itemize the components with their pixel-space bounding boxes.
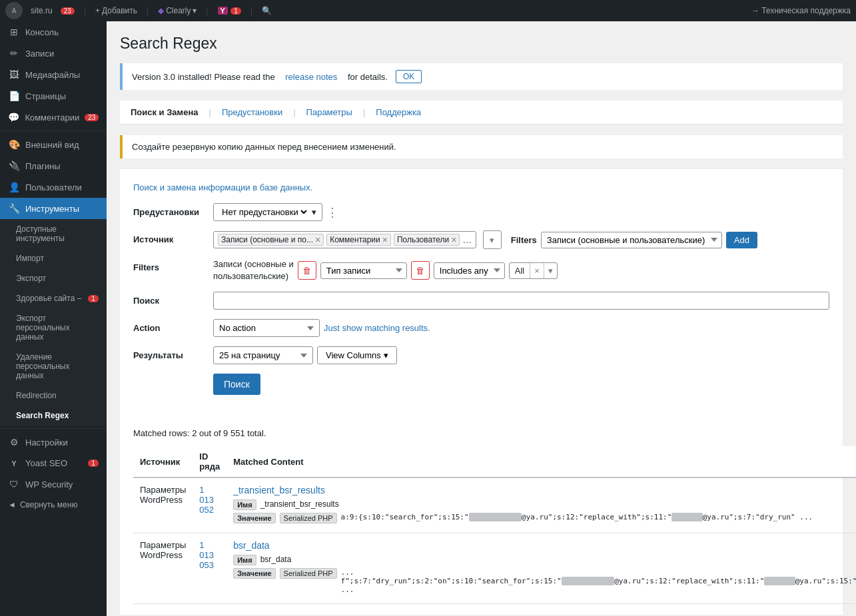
appearance-icon: 🎨 — [8, 139, 20, 150]
tab-presets[interactable]: Предустановки — [222, 107, 282, 117]
sidebar-submenu-item-import[interactable]: Импорт — [0, 248, 107, 268]
sidebar-item-label: Инструменты — [25, 204, 79, 214]
sidebar-item-label: Пользователи — [25, 182, 82, 192]
sidebar-item-label: Записи — [25, 49, 54, 59]
sidebar-submenu-label: Экспорт персональных данных — [16, 314, 99, 342]
row1-field-name: Имя _transient_bsr_results — [233, 499, 856, 510]
action-info-link: matching — [364, 323, 400, 333]
results-summary: Matched rows: 2 out of 9 551 total. — [133, 428, 829, 438]
search-input[interactable] — [213, 292, 829, 310]
sidebar-collapse-btn[interactable]: ◄ Свернуть меню — [0, 495, 107, 515]
filter-field-dropdown[interactable]: Тип записи — [320, 262, 407, 279]
view-columns-button[interactable]: View Columns ▾ — [317, 346, 397, 364]
sidebar-submenu-item-delete-personal[interactable]: Удаление персональных данных — [0, 347, 107, 386]
search-button-row: Поиск — [133, 374, 829, 395]
search-button[interactable]: Поиск — [213, 374, 260, 395]
table-row: Параметры WordPress 1 013 052 _transient… — [133, 477, 856, 533]
results-section: Matched rows: 2 out of 9 551 total. Исто… — [120, 418, 843, 615]
row1-source: Параметры WordPress — [133, 477, 193, 533]
search-form: Поиск и замена информации в базе данных.… — [120, 169, 843, 418]
sidebar-item-pages[interactable]: 📄 Страницы — [0, 85, 107, 107]
row2-title[interactable]: bsr_data — [233, 540, 856, 551]
sidebar-submenu-item-searchregex[interactable]: Search Regex — [0, 406, 107, 426]
topbar: A site.ru 23 | + Добавить | ◆ Clearly ▾ … — [0, 0, 856, 21]
row1-title[interactable]: _transient_bsr_results — [233, 485, 856, 495]
sitehealth-badge: 1 — [88, 295, 99, 302]
serialized-badge: Serialized PHP — [280, 568, 337, 579]
media-icon: 🖼 — [8, 69, 20, 80]
source-dropdown-btn[interactable]: ▾ — [483, 230, 502, 249]
sidebar-item-yoast[interactable]: Y Yoast SEO 1 — [0, 453, 107, 473]
row1-id[interactable]: 1 013 052 — [193, 477, 226, 533]
topbar-add-btn[interactable]: + Добавить — [95, 6, 137, 15]
preset-row: Предустановки Нет предустановки ▾ ⋮ — [133, 203, 829, 221]
sidebar-submenu-item-redirection[interactable]: Redirection — [0, 386, 107, 406]
row2-id[interactable]: 1 013 053 — [193, 533, 226, 604]
filter-delete-button[interactable]: 🗑 — [298, 261, 316, 280]
sidebar-submenu-item-export[interactable]: Экспорт — [0, 268, 107, 288]
notice-ok-button[interactable]: OK — [396, 70, 422, 83]
tab-support[interactable]: Поддержка — [376, 107, 421, 117]
source-row: Источник Записи (основные и по... × Комм… — [133, 230, 829, 249]
filter-all-text: All — [510, 263, 530, 278]
action-dropdown[interactable]: No action — [213, 319, 320, 337]
sidebar-item-appearance[interactable]: 🎨 Внешний вид — [0, 134, 107, 155]
sidebar-item-settings[interactable]: ⚙ Настройки — [0, 432, 107, 453]
add-filter-button[interactable]: Add — [726, 232, 757, 248]
filter-value-remove[interactable]: × — [530, 263, 544, 278]
source-tags-container[interactable]: Записи (основные и по... × Комментарии ×… — [213, 231, 476, 248]
preset-controls: Нет предустановки ▾ ⋮ — [213, 203, 829, 221]
row2-field-name: Имя bsr_data — [233, 555, 856, 565]
action-row: Action No action Just show matching resu… — [133, 319, 829, 337]
sidebar-item-console[interactable]: ⊞ Консоль — [0, 21, 107, 43]
preset-dropdown[interactable]: Нет предустановки — [219, 206, 309, 218]
release-notes-link[interactable]: release notes — [285, 72, 337, 82]
tech-support-link[interactable]: → Техническая поддержка — [751, 6, 851, 15]
trash-icon: 🗑 — [416, 266, 424, 276]
row2-value-text: ... f";s:7:"dry_run";s:2:"on";s:10:"sear… — [341, 568, 856, 594]
preset-select[interactable]: Нет предустановки ▾ — [213, 203, 322, 221]
topbar-site: site.ru — [31, 6, 53, 15]
filters-row: Filters Записи (основные ипользовательск… — [133, 258, 829, 282]
sidebar-item-users[interactable]: 👤 Пользователи — [0, 176, 107, 198]
source-tag-remove-users[interactable]: × — [451, 235, 456, 244]
table-row: Параметры WordPress 1 013 053 bsr_data И… — [133, 533, 856, 604]
filters-source-dropdown[interactable]: Записи (основные и пользовательские) — [541, 232, 722, 248]
sidebar-submenu-item-export-personal[interactable]: Экспорт персональных данных — [0, 308, 107, 347]
sidebar-item-media[interactable]: 🖼 Медиафайлы — [0, 64, 107, 85]
source-tag-remove-posts[interactable]: × — [315, 235, 320, 244]
search-icon[interactable]: 🔍 — [262, 6, 272, 15]
comments-icon: 💬 — [8, 112, 19, 123]
results-per-page-dropdown[interactable]: 25 на страницу — [213, 346, 313, 364]
chevron-down-icon: ▾ — [312, 207, 316, 217]
avatar: A — [5, 2, 23, 19]
yoast-badge: 1 — [88, 460, 99, 467]
row2-content: bsr_data Имя bsr_data Значение Serialize… — [226, 533, 856, 604]
sidebar-submenu-item-sitehealth[interactable]: Здоровье сайта – 1 — [0, 288, 107, 308]
preset-options-icon[interactable]: ⋮ — [326, 205, 338, 220]
sidebar-item-tools[interactable]: 🔧 Инструменты — [0, 198, 107, 219]
sidebar-submenu-label: Здоровье сайта – — [16, 294, 81, 303]
source-tag-remove-comments[interactable]: × — [382, 235, 388, 244]
value-badge: Значение — [233, 513, 275, 523]
main-content: Search Regex Version 3.0 installed! Plea… — [107, 21, 856, 616]
source-more-icon[interactable]: ... — [462, 234, 471, 246]
sidebar-item-label: Страницы — [25, 91, 66, 101]
sidebar-item-comments[interactable]: 💬 Комментарии 23 — [0, 107, 107, 128]
clearfly-logo[interactable]: ◆ Clearly ▾ — [158, 6, 197, 15]
filter-includes-dropdown[interactable]: Includes any — [434, 262, 505, 279]
search-controls — [213, 292, 829, 310]
yoast-icon[interactable]: Y 1 — [218, 7, 241, 15]
filter-condition-delete-button[interactable]: 🗑 — [411, 261, 430, 280]
filter-value-dropdown[interactable]: ▾ — [544, 263, 557, 278]
nav-tabs: Поиск и Замена | Предустановки | Парамет… — [120, 101, 843, 125]
sidebar-submenu-item-tools[interactable]: Доступные инструменты — [0, 219, 107, 248]
sidebar-item-posts[interactable]: ✏ Записи — [0, 43, 107, 64]
sidebar-item-plugins[interactable]: 🔌 Плагины — [0, 155, 107, 176]
tab-search-replace[interactable]: Поиск и Замена — [131, 107, 199, 117]
source-tag-comments: Комментарии × — [326, 234, 391, 246]
filter-all-container: All × ▾ — [509, 262, 558, 279]
chevron-down-icon: ▾ — [490, 235, 494, 245]
tab-params[interactable]: Параметры — [306, 107, 352, 117]
sidebar-item-wpsecurity[interactable]: 🛡 WP Security — [0, 473, 107, 495]
